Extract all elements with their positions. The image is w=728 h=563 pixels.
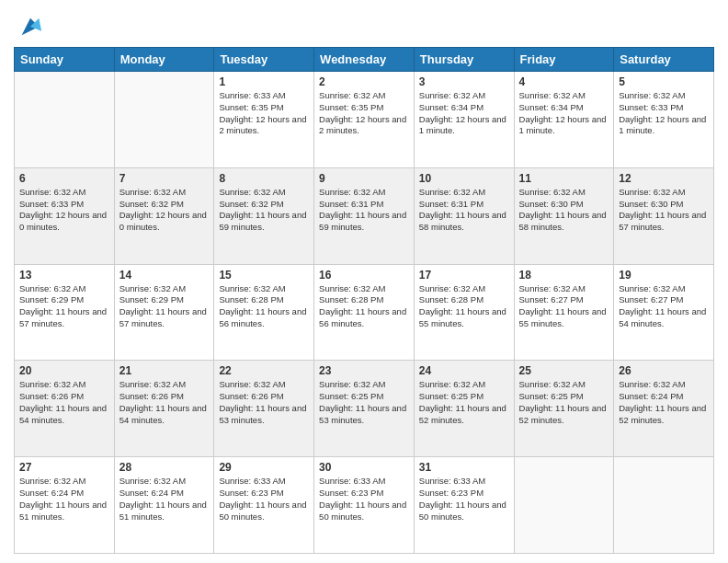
calendar-cell <box>514 457 614 554</box>
day-info: Sunrise: 6:32 AM Sunset: 6:26 PM Dayligh… <box>119 379 210 426</box>
calendar-cell: 12Sunrise: 6:32 AM Sunset: 6:30 PM Dayli… <box>614 167 714 264</box>
day-number: 20 <box>19 364 109 377</box>
calendar-week-row: 20Sunrise: 6:32 AM Sunset: 6:26 PM Dayli… <box>15 361 714 457</box>
day-info: Sunrise: 6:32 AM Sunset: 6:26 PM Dayligh… <box>19 379 109 426</box>
day-info: Sunrise: 6:32 AM Sunset: 6:25 PM Dayligh… <box>519 379 609 426</box>
day-of-week-header: Thursday <box>414 48 514 72</box>
day-of-week-header: Friday <box>514 48 614 72</box>
calendar-cell: 28Sunrise: 6:32 AM Sunset: 6:24 PM Dayli… <box>114 457 214 554</box>
day-info: Sunrise: 6:33 AM Sunset: 6:35 PM Dayligh… <box>219 90 309 137</box>
logo-icon <box>17 14 43 40</box>
day-info: Sunrise: 6:32 AM Sunset: 6:25 PM Dayligh… <box>419 379 509 426</box>
day-number: 17 <box>419 269 509 282</box>
day-info: Sunrise: 6:32 AM Sunset: 6:27 PM Dayligh… <box>619 283 709 330</box>
day-number: 11 <box>519 172 609 185</box>
calendar-cell <box>114 72 214 168</box>
day-number: 2 <box>319 75 409 88</box>
day-number: 31 <box>419 461 509 474</box>
day-number: 23 <box>319 364 409 377</box>
calendar-cell <box>614 457 714 554</box>
calendar-cell <box>15 72 115 168</box>
calendar-cell: 1Sunrise: 6:33 AM Sunset: 6:35 PM Daylig… <box>214 72 314 168</box>
day-info: Sunrise: 6:32 AM Sunset: 6:32 PM Dayligh… <box>219 187 309 234</box>
calendar-cell: 2Sunrise: 6:32 AM Sunset: 6:35 PM Daylig… <box>314 72 415 168</box>
day-of-week-header: Monday <box>114 48 214 72</box>
day-info: Sunrise: 6:32 AM Sunset: 6:31 PM Dayligh… <box>419 187 509 234</box>
day-number: 5 <box>619 75 709 88</box>
day-number: 16 <box>319 269 409 282</box>
day-info: Sunrise: 6:32 AM Sunset: 6:25 PM Dayligh… <box>319 379 409 426</box>
day-number: 28 <box>119 461 210 474</box>
day-number: 10 <box>419 172 509 185</box>
calendar-cell: 17Sunrise: 6:32 AM Sunset: 6:28 PM Dayli… <box>414 264 514 361</box>
calendar-cell: 13Sunrise: 6:32 AM Sunset: 6:29 PM Dayli… <box>15 264 115 361</box>
day-number: 4 <box>519 75 609 88</box>
calendar-cell: 16Sunrise: 6:32 AM Sunset: 6:28 PM Dayli… <box>314 264 415 361</box>
calendar-cell: 5Sunrise: 6:32 AM Sunset: 6:33 PM Daylig… <box>614 72 714 168</box>
day-of-week-header: Wednesday <box>314 48 415 72</box>
calendar-cell: 24Sunrise: 6:32 AM Sunset: 6:25 PM Dayli… <box>414 361 514 457</box>
calendar-cell: 9Sunrise: 6:32 AM Sunset: 6:31 PM Daylig… <box>314 167 415 264</box>
day-number: 22 <box>219 364 309 377</box>
day-info: Sunrise: 6:33 AM Sunset: 6:23 PM Dayligh… <box>219 476 309 523</box>
day-number: 18 <box>519 269 609 282</box>
day-number: 24 <box>419 364 509 377</box>
day-number: 19 <box>619 269 709 282</box>
day-info: Sunrise: 6:32 AM Sunset: 6:34 PM Dayligh… <box>519 90 609 137</box>
calendar-cell: 30Sunrise: 6:33 AM Sunset: 6:23 PM Dayli… <box>314 457 415 554</box>
calendar-header-row: SundayMondayTuesdayWednesdayThursdayFrid… <box>15 48 714 72</box>
day-info: Sunrise: 6:32 AM Sunset: 6:35 PM Dayligh… <box>319 90 409 137</box>
calendar-week-row: 6Sunrise: 6:32 AM Sunset: 6:33 PM Daylig… <box>15 167 714 264</box>
day-number: 29 <box>219 461 309 474</box>
day-info: Sunrise: 6:32 AM Sunset: 6:24 PM Dayligh… <box>619 379 709 426</box>
header <box>14 9 714 40</box>
day-number: 25 <box>519 364 609 377</box>
day-number: 7 <box>119 172 210 185</box>
day-info: Sunrise: 6:32 AM Sunset: 6:29 PM Dayligh… <box>119 283 210 330</box>
calendar-cell: 3Sunrise: 6:32 AM Sunset: 6:34 PM Daylig… <box>414 72 514 168</box>
day-info: Sunrise: 6:32 AM Sunset: 6:30 PM Dayligh… <box>519 187 609 234</box>
day-number: 30 <box>319 461 409 474</box>
calendar-week-row: 13Sunrise: 6:32 AM Sunset: 6:29 PM Dayli… <box>15 264 714 361</box>
logo <box>14 14 43 40</box>
calendar-cell: 31Sunrise: 6:33 AM Sunset: 6:23 PM Dayli… <box>414 457 514 554</box>
calendar-cell: 14Sunrise: 6:32 AM Sunset: 6:29 PM Dayli… <box>114 264 214 361</box>
day-of-week-header: Saturday <box>614 48 714 72</box>
day-number: 3 <box>419 75 509 88</box>
day-number: 12 <box>619 172 709 185</box>
calendar-cell: 27Sunrise: 6:32 AM Sunset: 6:24 PM Dayli… <box>15 457 115 554</box>
calendar-cell: 4Sunrise: 6:32 AM Sunset: 6:34 PM Daylig… <box>514 72 614 168</box>
day-of-week-header: Tuesday <box>214 48 314 72</box>
calendar-cell: 20Sunrise: 6:32 AM Sunset: 6:26 PM Dayli… <box>15 361 115 457</box>
day-info: Sunrise: 6:32 AM Sunset: 6:28 PM Dayligh… <box>319 283 409 330</box>
day-info: Sunrise: 6:32 AM Sunset: 6:30 PM Dayligh… <box>619 187 709 234</box>
day-number: 14 <box>119 269 210 282</box>
calendar-week-row: 27Sunrise: 6:32 AM Sunset: 6:24 PM Dayli… <box>15 457 714 554</box>
day-info: Sunrise: 6:32 AM Sunset: 6:33 PM Dayligh… <box>619 90 709 137</box>
calendar-cell: 10Sunrise: 6:32 AM Sunset: 6:31 PM Dayli… <box>414 167 514 264</box>
day-info: Sunrise: 6:32 AM Sunset: 6:31 PM Dayligh… <box>319 187 409 234</box>
day-info: Sunrise: 6:32 AM Sunset: 6:24 PM Dayligh… <box>19 476 109 523</box>
day-info: Sunrise: 6:32 AM Sunset: 6:33 PM Dayligh… <box>19 187 109 234</box>
calendar-cell: 26Sunrise: 6:32 AM Sunset: 6:24 PM Dayli… <box>614 361 714 457</box>
day-number: 15 <box>219 269 309 282</box>
day-number: 13 <box>19 269 109 282</box>
calendar-week-row: 1Sunrise: 6:33 AM Sunset: 6:35 PM Daylig… <box>15 72 714 168</box>
day-number: 9 <box>319 172 409 185</box>
day-number: 27 <box>19 461 109 474</box>
calendar-table: SundayMondayTuesdayWednesdayThursdayFrid… <box>14 47 714 554</box>
calendar-cell: 19Sunrise: 6:32 AM Sunset: 6:27 PM Dayli… <box>614 264 714 361</box>
day-info: Sunrise: 6:32 AM Sunset: 6:29 PM Dayligh… <box>19 283 109 330</box>
calendar-cell: 8Sunrise: 6:32 AM Sunset: 6:32 PM Daylig… <box>214 167 314 264</box>
calendar-cell: 29Sunrise: 6:33 AM Sunset: 6:23 PM Dayli… <box>214 457 314 554</box>
day-number: 6 <box>19 172 109 185</box>
day-number: 21 <box>119 364 210 377</box>
calendar-cell: 21Sunrise: 6:32 AM Sunset: 6:26 PM Dayli… <box>114 361 214 457</box>
day-info: Sunrise: 6:32 AM Sunset: 6:27 PM Dayligh… <box>519 283 609 330</box>
day-number: 8 <box>219 172 309 185</box>
calendar-cell: 18Sunrise: 6:32 AM Sunset: 6:27 PM Dayli… <box>514 264 614 361</box>
day-number: 1 <box>219 75 309 88</box>
day-of-week-header: Sunday <box>15 48 115 72</box>
day-info: Sunrise: 6:32 AM Sunset: 6:32 PM Dayligh… <box>119 187 210 234</box>
calendar-cell: 7Sunrise: 6:32 AM Sunset: 6:32 PM Daylig… <box>114 167 214 264</box>
